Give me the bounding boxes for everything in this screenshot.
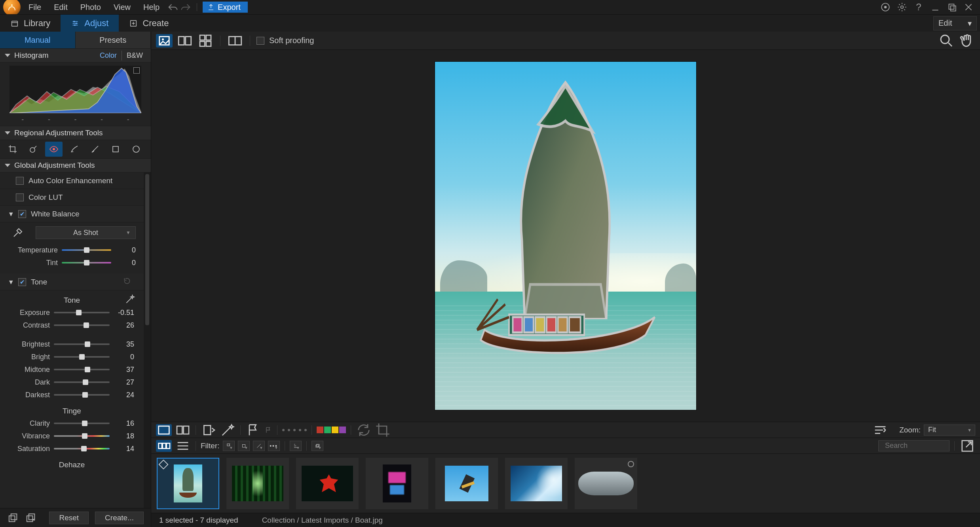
slider-thumb[interactable] xyxy=(83,379,88,385)
thumbnail[interactable] xyxy=(157,458,219,509)
slider-track[interactable] xyxy=(62,262,111,264)
slider-track[interactable] xyxy=(54,312,110,313)
open-external-button[interactable] xyxy=(959,440,975,452)
panel-scrollbar[interactable] xyxy=(144,173,151,508)
view-grid[interactable] xyxy=(197,34,214,47)
view-single[interactable] xyxy=(156,34,173,47)
thumbnail[interactable] xyxy=(435,458,498,509)
auto-tone-button[interactable] xyxy=(125,294,135,305)
slider-track[interactable] xyxy=(54,423,110,424)
tab-presets[interactable]: Presets xyxy=(76,32,151,48)
rotate-button[interactable] xyxy=(201,424,217,436)
zoom-select[interactable]: Fit xyxy=(924,425,975,436)
stack-mode[interactable] xyxy=(311,441,323,451)
slider-track[interactable] xyxy=(54,381,110,383)
thumbnail[interactable] xyxy=(296,458,359,509)
slider-thumb[interactable] xyxy=(85,367,90,372)
slider-thumb[interactable] xyxy=(81,446,87,451)
maximize-button[interactable] xyxy=(947,2,957,12)
sort-order[interactable] xyxy=(290,441,302,451)
thumbnail[interactable] xyxy=(226,458,289,509)
edit-dropdown[interactable]: Edit ▾ xyxy=(933,16,977,30)
view-split[interactable] xyxy=(227,34,243,47)
slider-vibrance[interactable]: Vibrance18 xyxy=(4,430,134,442)
slider-thumb[interactable] xyxy=(82,392,88,398)
histogram-mode-bw[interactable]: B&W xyxy=(123,51,146,61)
mode-create[interactable]: Create xyxy=(119,15,179,32)
slider-clarity[interactable]: Clarity16 xyxy=(4,417,134,430)
color-label-swatch[interactable] xyxy=(339,427,346,433)
slider-exposure[interactable]: Exposure-0.51 xyxy=(4,306,134,319)
toggle-white-balance[interactable]: ▾ White Balance xyxy=(0,206,144,222)
eyedropper-tool[interactable] xyxy=(12,227,24,239)
notifications-icon[interactable] xyxy=(880,2,891,12)
sort-button[interactable] xyxy=(872,424,888,436)
slider-track[interactable] xyxy=(54,394,110,396)
filter-flags[interactable] xyxy=(223,441,235,451)
slider-tint[interactable]: Tint0 xyxy=(12,256,136,269)
slider-track[interactable] xyxy=(54,369,110,370)
menu-photo[interactable]: Photo xyxy=(74,1,107,13)
histogram-mode-color[interactable]: Color xyxy=(97,51,120,61)
clip-warning-icon[interactable] xyxy=(133,67,140,74)
thumbnail[interactable] xyxy=(575,458,637,509)
filter-edited[interactable] xyxy=(253,441,265,451)
compare-mode-a[interactable] xyxy=(156,424,172,436)
star-rating[interactable] xyxy=(282,429,307,431)
thumb-view-list[interactable] xyxy=(175,440,191,452)
color-label-swatch[interactable] xyxy=(317,427,323,433)
auto-enhance-button[interactable] xyxy=(220,424,236,436)
sync-button[interactable] xyxy=(356,424,372,436)
slider-brightest[interactable]: Brightest35 xyxy=(4,338,134,351)
create-preset-button[interactable]: Create... xyxy=(95,512,144,524)
slider-track[interactable] xyxy=(54,356,110,358)
slider-track[interactable] xyxy=(54,343,110,345)
slider-track[interactable] xyxy=(54,435,110,437)
thumb-view-grid[interactable] xyxy=(156,440,172,452)
compare-mode-b[interactable] xyxy=(175,424,191,436)
pan-tool[interactable] xyxy=(959,34,975,47)
menu-view[interactable]: View xyxy=(107,1,137,13)
slider-saturation[interactable]: Saturation14 xyxy=(4,442,134,455)
toggle-tone[interactable]: ▾ Tone xyxy=(0,274,144,290)
menu-help[interactable]: Help xyxy=(137,1,166,13)
zoom-tool[interactable] xyxy=(938,34,955,47)
settings-icon[interactable] xyxy=(897,2,907,12)
slider-thumb[interactable] xyxy=(84,247,89,253)
radial-mask-tool[interactable] xyxy=(127,142,145,157)
slider-bright[interactable]: Bright0 xyxy=(4,351,134,363)
toggle-auto-color[interactable]: Auto Color Enhancement xyxy=(0,173,144,189)
menu-edit[interactable]: Edit xyxy=(47,1,74,13)
filmstrip-search[interactable]: ✕ xyxy=(878,440,950,451)
tab-manual[interactable]: Manual xyxy=(0,32,76,48)
color-label-swatch[interactable] xyxy=(324,427,331,433)
undo-button[interactable] xyxy=(167,2,179,13)
toggle-color-lut[interactable]: Color LUT xyxy=(0,189,144,206)
slider-thumb[interactable] xyxy=(84,322,89,328)
section-regional-header[interactable]: Regional Adjustment Tools xyxy=(0,126,151,140)
brush-tool[interactable] xyxy=(66,142,83,157)
white-balance-select[interactable]: As Shot xyxy=(36,226,136,239)
slider-thumb[interactable] xyxy=(76,310,82,315)
crop-quick-button[interactable] xyxy=(375,424,391,436)
slider-thumb[interactable] xyxy=(82,421,87,426)
slider-track[interactable] xyxy=(54,324,110,326)
flag-pick[interactable] xyxy=(245,424,261,436)
thumbnail[interactable] xyxy=(366,458,428,509)
spot-tool[interactable] xyxy=(25,142,42,157)
reset-section-icon[interactable] xyxy=(123,277,131,287)
slider-thumb[interactable] xyxy=(85,341,90,347)
section-global-header[interactable]: Global Adjustment Tools xyxy=(0,158,151,173)
redeye-tool[interactable] xyxy=(45,142,63,157)
rect-mask-tool[interactable] xyxy=(107,142,124,157)
slider-dark[interactable]: Dark27 xyxy=(4,376,134,389)
slider-track[interactable] xyxy=(54,448,110,449)
filter-labels[interactable] xyxy=(238,441,250,451)
mode-library[interactable]: Library xyxy=(0,15,61,32)
paste-adjustments-button[interactable] xyxy=(25,511,36,525)
filter-more[interactable]: ••• xyxy=(268,441,280,451)
slider-thumb[interactable] xyxy=(79,354,85,360)
view-compare-side[interactable] xyxy=(177,34,193,47)
slider-darkest[interactable]: Darkest24 xyxy=(4,389,134,401)
gradient-tool[interactable] xyxy=(86,142,104,157)
